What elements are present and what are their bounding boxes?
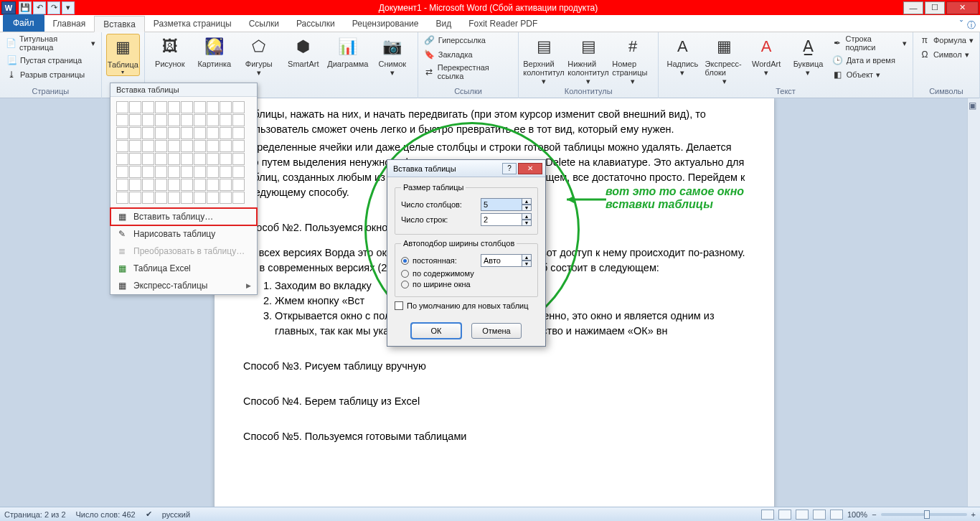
chart-button[interactable]: 📊Диаграмма bbox=[327, 34, 369, 68]
object-button[interactable]: ◧Объект ▾ bbox=[831, 68, 908, 81]
grid-cell[interactable] bbox=[168, 153, 180, 165]
tab-view[interactable]: Вид bbox=[427, 15, 460, 32]
cols-input[interactable] bbox=[481, 198, 522, 211]
grid-cell[interactable] bbox=[155, 179, 167, 191]
grid-cell[interactable] bbox=[155, 140, 167, 152]
zoom-out-button[interactable]: − bbox=[872, 510, 876, 519]
grid-cell[interactable] bbox=[129, 114, 141, 126]
grid-cell[interactable] bbox=[207, 192, 219, 204]
grid-cell[interactable] bbox=[207, 153, 219, 165]
remember-checkbox[interactable]: По умолчанию для новых таблиц bbox=[395, 301, 538, 310]
quickparts-button[interactable]: ▦Экспресс-блоки▾ bbox=[705, 34, 744, 86]
qat-more-icon[interactable]: ▾ bbox=[62, 1, 75, 14]
grid-cell[interactable] bbox=[232, 192, 245, 204]
table-button[interactable]: ▦ Таблица▾ bbox=[106, 34, 140, 76]
cols-down[interactable]: ▼ bbox=[522, 205, 532, 211]
close-button[interactable]: ✕ bbox=[946, 1, 979, 14]
grid-cell[interactable] bbox=[116, 127, 128, 139]
status-page[interactable]: Страница: 2 из 2 bbox=[4, 510, 66, 519]
tab-foxit[interactable]: Foxit Reader PDF bbox=[460, 15, 546, 32]
qat-save-icon[interactable]: 💾 bbox=[19, 1, 32, 14]
grid-cell[interactable] bbox=[194, 153, 206, 165]
tab-insert[interactable]: Вставка bbox=[94, 16, 145, 32]
grid-cell[interactable] bbox=[129, 179, 141, 191]
radio-content[interactable]: по содержимому bbox=[401, 269, 532, 278]
radio-window[interactable]: по ширине окна bbox=[401, 280, 532, 288]
page-break-button[interactable]: ⤓Разрыв страницы bbox=[4, 68, 97, 81]
rows-spinner[interactable]: ▲▼ bbox=[481, 213, 532, 226]
status-spellcheck-icon[interactable]: ✔ bbox=[146, 510, 152, 519]
crossref-button[interactable]: ⇄Перекрестная ссылка bbox=[423, 62, 514, 81]
fixed-width-spinner[interactable]: ▲▼ bbox=[481, 254, 532, 267]
pagenum-button[interactable]: #Номер страницы▾ bbox=[612, 34, 654, 86]
grid-cell[interactable] bbox=[181, 101, 193, 113]
excel-table-menuitem[interactable]: ▦Таблица Excel bbox=[110, 260, 257, 277]
minimize-button[interactable]: — bbox=[903, 1, 923, 14]
dialog-close-button[interactable]: ✕ bbox=[518, 163, 542, 174]
tab-home[interactable]: Главная bbox=[44, 15, 95, 32]
grid-cell[interactable] bbox=[181, 140, 193, 152]
grid-cell[interactable] bbox=[220, 179, 232, 191]
tab-references[interactable]: Ссылки bbox=[240, 15, 288, 32]
blank-page-button[interactable]: 📃Пустая страница bbox=[4, 54, 97, 67]
dialog-help-button[interactable]: ? bbox=[502, 163, 517, 174]
zoom-slider[interactable] bbox=[881, 513, 967, 516]
grid-cell[interactable] bbox=[142, 192, 154, 204]
grid-cell[interactable] bbox=[220, 140, 232, 152]
ok-button[interactable]: ОК bbox=[411, 323, 461, 339]
symbol-button[interactable]: ΩСимвол ▾ bbox=[918, 48, 975, 61]
footer-button[interactable]: ▤Нижний колонтитул▾ bbox=[567, 34, 609, 86]
grid-cell[interactable] bbox=[129, 127, 141, 139]
rows-up[interactable]: ▲ bbox=[522, 213, 532, 220]
dialog-titlebar[interactable]: Вставка таблицы ? ✕ bbox=[387, 160, 545, 177]
screenshot-button[interactable]: 📷Снимок▾ bbox=[372, 34, 413, 78]
qat-redo-icon[interactable]: ↷ bbox=[47, 1, 60, 14]
quick-tables-menuitem[interactable]: ▦Экспресс-таблицы▶ bbox=[110, 277, 257, 294]
grid-cell[interactable] bbox=[129, 153, 141, 165]
grid-cell[interactable] bbox=[207, 114, 219, 126]
grid-cell[interactable] bbox=[207, 127, 219, 139]
qat-undo-icon[interactable]: ↶ bbox=[33, 1, 46, 14]
grid-cell[interactable] bbox=[155, 127, 167, 139]
cols-spinner[interactable]: ▲▼ bbox=[481, 198, 532, 211]
maximize-button[interactable]: ☐ bbox=[925, 1, 945, 14]
grid-cell[interactable] bbox=[142, 179, 154, 191]
smartart-button[interactable]: ⬢SmartArt bbox=[283, 34, 324, 68]
grid-cell[interactable] bbox=[168, 140, 180, 152]
view-fullscreen[interactable] bbox=[778, 510, 791, 520]
grid-cell[interactable] bbox=[168, 192, 180, 204]
table-size-grid[interactable] bbox=[110, 97, 257, 208]
grid-cell[interactable] bbox=[129, 101, 141, 113]
tab-review[interactable]: Рецензирование bbox=[344, 15, 428, 32]
grid-cell[interactable] bbox=[116, 153, 128, 165]
grid-cell[interactable] bbox=[194, 140, 206, 152]
grid-cell[interactable] bbox=[232, 140, 245, 152]
grid-cell[interactable] bbox=[168, 179, 180, 191]
ribbon-minimize-icon[interactable]: ˇ bbox=[960, 19, 963, 32]
grid-cell[interactable] bbox=[194, 179, 206, 191]
grid-cell[interactable] bbox=[220, 127, 232, 139]
grid-cell[interactable] bbox=[207, 101, 219, 113]
insert-table-menuitem[interactable]: ▦Вставить таблицу… bbox=[110, 208, 257, 225]
textbox-button[interactable]: AНадпись▾ bbox=[663, 34, 702, 78]
vertical-scrollbar[interactable] bbox=[967, 98, 980, 507]
grid-cell[interactable] bbox=[142, 166, 154, 178]
grid-cell[interactable] bbox=[220, 114, 232, 126]
shapes-button[interactable]: ⬠Фигуры▾ bbox=[238, 34, 280, 78]
hyperlink-button[interactable]: 🔗Гиперссылка bbox=[423, 34, 514, 47]
file-tab[interactable]: Файл bbox=[3, 14, 44, 32]
grid-cell[interactable] bbox=[155, 114, 167, 126]
grid-cell[interactable] bbox=[116, 140, 128, 152]
grid-cell[interactable] bbox=[181, 192, 193, 204]
grid-cell[interactable] bbox=[181, 179, 193, 191]
grid-cell[interactable] bbox=[168, 166, 180, 178]
grid-cell[interactable] bbox=[155, 192, 167, 204]
view-web[interactable] bbox=[796, 510, 809, 520]
grid-cell[interactable] bbox=[142, 140, 154, 152]
help-icon[interactable]: ⓘ bbox=[967, 19, 976, 32]
grid-cell[interactable] bbox=[232, 101, 245, 113]
grid-cell[interactable] bbox=[116, 166, 128, 178]
grid-cell[interactable] bbox=[232, 166, 245, 178]
picture-button[interactable]: 🖼Рисунок bbox=[149, 34, 191, 68]
tab-mailings[interactable]: Рассылки bbox=[288, 15, 344, 32]
